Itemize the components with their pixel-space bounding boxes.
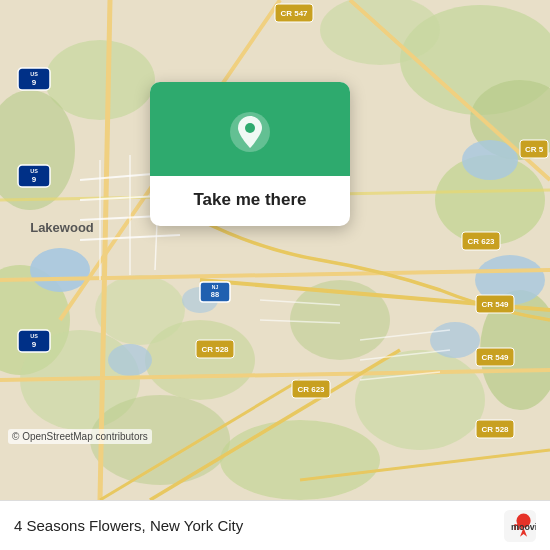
svg-text:CR 547: CR 547 [280,9,308,18]
svg-point-17 [30,248,90,292]
svg-text:CR 528: CR 528 [481,425,509,434]
location-name: 4 Seasons Flowers, New York City [14,517,496,534]
svg-point-10 [220,420,380,500]
svg-text:moovit: moovit [511,521,536,531]
bottom-bar: 4 Seasons Flowers, New York City m moovi… [0,500,550,550]
moovit-logo-icon: m moovit [504,510,536,542]
svg-text:9: 9 [32,340,37,349]
svg-text:CR 549: CR 549 [481,300,509,309]
popup-icon-area [150,82,350,176]
map-container: US 9 US 9 US 9 NJ 88 CR 547 CR 623 CR 52… [0,0,550,500]
svg-text:US: US [30,168,38,174]
svg-text:CR 549: CR 549 [481,353,509,362]
map-background: US 9 US 9 US 9 NJ 88 CR 547 CR 623 CR 52… [0,0,550,500]
svg-text:9: 9 [32,78,37,87]
svg-text:88: 88 [211,290,219,299]
take-me-there-button[interactable]: Take me there [175,176,324,226]
svg-point-21 [108,344,152,376]
svg-point-14 [95,275,185,345]
moovit-logo: m moovit [504,510,536,542]
svg-point-20 [430,322,480,358]
svg-text:CR 5: CR 5 [525,145,544,154]
svg-point-75 [245,123,255,133]
popup-card[interactable]: Take me there [150,82,350,226]
svg-text:Lakewood: Lakewood [30,220,94,235]
location-pin-icon [228,110,272,154]
svg-text:US: US [30,71,38,77]
svg-text:CR 623: CR 623 [467,237,495,246]
svg-text:CR 528: CR 528 [201,345,229,354]
svg-text:CR 623: CR 623 [297,385,325,394]
copyright-text: © OpenStreetMap contributors [8,429,152,444]
svg-text:US: US [30,333,38,339]
svg-text:9: 9 [32,175,37,184]
